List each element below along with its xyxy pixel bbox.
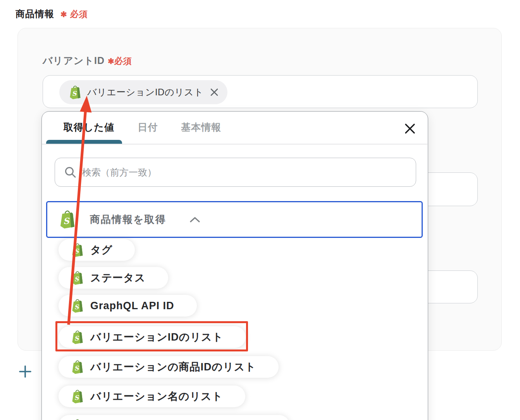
search-icon xyxy=(64,166,77,179)
chip-label: バリエーションIDのリスト xyxy=(87,86,203,98)
close-icon xyxy=(404,123,416,134)
selected-value-chip[interactable]: バリエーションIDのリスト xyxy=(59,80,227,104)
required-star-icon: ✱ xyxy=(108,57,114,66)
source-group-header[interactable]: 商品情報を取得 xyxy=(46,201,423,238)
list-item-label: バリエーションIDのリスト xyxy=(90,330,223,344)
chevron-up-icon xyxy=(189,217,200,223)
list-item-label: ステータス xyxy=(90,271,146,285)
search-field[interactable] xyxy=(55,158,416,187)
tab[interactable]: 取得した値 xyxy=(64,121,114,134)
shopify-bag-icon xyxy=(72,271,83,285)
shopify-bag-icon xyxy=(72,390,83,403)
shopify-bag-icon xyxy=(72,360,83,374)
list-item-label: タグ xyxy=(90,243,112,257)
modal-tabs: 取得した値日付基本情報 xyxy=(64,121,221,134)
list-item-label: バリエーションの商品IDのリスト xyxy=(90,360,256,374)
chip-remove-icon[interactable] xyxy=(210,88,219,97)
shopify-bag-icon xyxy=(60,210,75,229)
list-item[interactable]: ステータス xyxy=(59,267,168,289)
list-item-label: バリエーション名のリスト xyxy=(90,389,223,403)
add-button[interactable] xyxy=(19,365,32,380)
shopify-bag-icon xyxy=(72,299,83,313)
modal-close-button[interactable] xyxy=(401,120,418,137)
variant-id-label: バリアントID xyxy=(43,54,105,67)
required-star-icon: ✱ xyxy=(60,10,67,19)
tab[interactable]: 日付 xyxy=(138,121,158,134)
page-title: 商品情報 xyxy=(15,8,54,20)
list-item[interactable]: タグ xyxy=(59,239,135,261)
list-item[interactable]: バリエーションの商品IDのリスト xyxy=(59,356,279,378)
required-badge: 必須 xyxy=(114,55,132,67)
list-item-label: GraphQL API ID xyxy=(90,300,174,312)
tabs-divider xyxy=(42,144,427,145)
list-item[interactable]: GraphQL API ID xyxy=(59,295,197,317)
shopify-bag-icon xyxy=(72,243,83,257)
plus-icon xyxy=(19,365,32,378)
field-label-row: バリアントID ✱ 必須 xyxy=(43,54,132,67)
shopify-bag-icon xyxy=(72,330,83,344)
source-group-label: 商品情報を取得 xyxy=(90,213,166,226)
tab[interactable]: 基本情報 xyxy=(181,121,221,134)
required-badge: 必須 xyxy=(70,9,88,20)
value-picker-modal: 取得した値日付基本情報 商品情報を取得 タグ ステータス xyxy=(41,111,428,420)
list-item[interactable] xyxy=(59,415,290,420)
page-title-row: 商品情報 ✱ 必須 xyxy=(15,8,88,20)
list-item[interactable]: バリエーションIDのリスト xyxy=(59,326,246,348)
search-input[interactable] xyxy=(81,167,408,178)
list-item[interactable]: バリエーション名のリスト xyxy=(59,386,245,407)
shopify-bag-icon xyxy=(69,86,81,99)
